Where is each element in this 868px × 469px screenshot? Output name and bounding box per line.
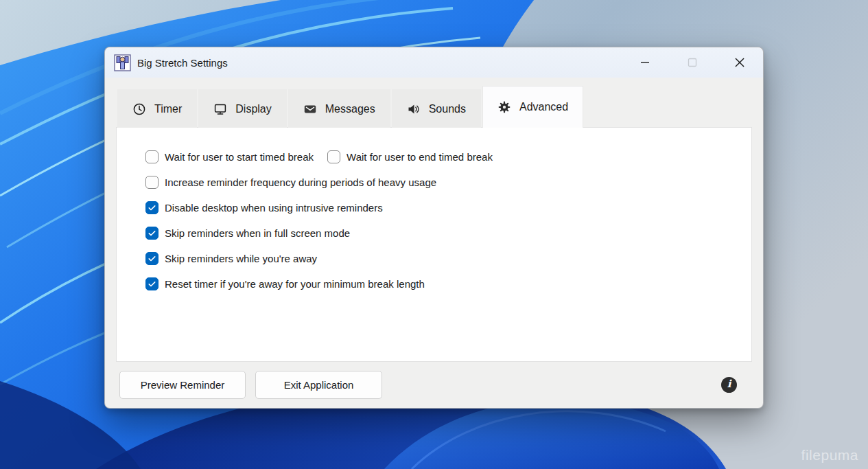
tab-advanced[interactable]: Advanced <box>482 86 583 128</box>
tab-timer[interactable]: Timer <box>117 89 197 128</box>
big-stretch-settings-window: Big Stretch Settings <box>104 47 764 409</box>
tab-sounds[interactable]: Sounds <box>392 89 481 128</box>
checkbox-wait-start-break[interactable]: Wait for user to start timed break <box>145 150 314 163</box>
checkbox-row: Disable desktop when using intrusive rem… <box>145 201 751 214</box>
checkbox-reset-timer[interactable]: Reset timer if you're away for your mini… <box>145 277 425 290</box>
exit-application-button[interactable]: Exit Application <box>255 371 382 399</box>
check-icon <box>148 254 156 263</box>
checkbox-box <box>145 150 159 163</box>
checkbox-label: Skip reminders while you're away <box>165 253 317 264</box>
checkbox-row: Skip reminders while you're away <box>145 252 751 265</box>
advanced-settings-panel: Wait for user to start timed break Wait … <box>116 127 752 362</box>
checkbox-label: Disable desktop when using intrusive rem… <box>165 202 383 214</box>
clock-icon <box>132 102 146 116</box>
stretch-figure-icon <box>114 54 131 71</box>
maximize-button[interactable] <box>676 47 708 78</box>
tab-label: Messages <box>325 103 375 115</box>
window-titlebar[interactable]: Big Stretch Settings <box>105 47 763 78</box>
checkbox-skip-away[interactable]: Skip reminders while you're away <box>145 252 317 265</box>
checkbox-box <box>145 227 159 240</box>
checkbox-row: Wait for user to start timed break Wait … <box>145 150 751 163</box>
checkbox-row: Increase reminder frequency during perio… <box>145 176 751 189</box>
checkbox-box <box>145 176 159 189</box>
checkbox-box <box>145 252 159 265</box>
checkbox-row: Skip reminders when in full screen mode <box>145 227 751 240</box>
checkbox-box <box>327 150 340 163</box>
checkbox-increase-frequency[interactable]: Increase reminder frequency during perio… <box>145 176 436 189</box>
close-icon <box>732 55 747 70</box>
checkbox-disable-desktop[interactable]: Disable desktop when using intrusive rem… <box>145 201 383 214</box>
gear-icon <box>497 100 511 114</box>
checkbox-label: Wait for user to start timed break <box>165 151 314 163</box>
tab-messages[interactable]: Messages <box>288 89 390 128</box>
close-button[interactable] <box>723 47 755 78</box>
check-icon <box>148 279 156 288</box>
tab-label: Advanced <box>519 101 568 113</box>
maximize-icon <box>685 56 699 69</box>
check-icon <box>148 203 156 212</box>
settings-tabstrip: Timer Display Messages Sounds <box>105 86 763 128</box>
monitor-icon <box>213 102 227 116</box>
envelope-icon <box>303 102 317 116</box>
filepuma-watermark: filepuma <box>801 447 858 464</box>
tab-label: Timer <box>154 103 182 115</box>
checkbox-label: Reset timer if you're away for your mini… <box>165 278 425 290</box>
checkbox-label: Increase reminder frequency during perio… <box>165 176 436 188</box>
window-title: Big Stretch Settings <box>137 57 228 69</box>
info-button[interactable]: i <box>721 377 737 393</box>
checkbox-box <box>145 277 159 290</box>
minimize-icon <box>638 56 652 69</box>
checkbox-box <box>145 201 159 214</box>
tab-display[interactable]: Display <box>198 89 286 128</box>
tab-label: Display <box>235 103 271 115</box>
checkbox-label: Wait for user to end timed break <box>347 151 493 163</box>
info-icon: i <box>727 379 731 389</box>
tab-label: Sounds <box>429 103 466 115</box>
checkbox-row: Reset timer if you're away for your mini… <box>145 277 751 290</box>
check-icon <box>148 229 156 238</box>
minimize-button[interactable] <box>629 47 661 78</box>
checkbox-label: Skip reminders when in full screen mode <box>165 227 350 239</box>
preview-reminder-button[interactable]: Preview Reminder <box>119 371 246 399</box>
window-controls <box>613 47 763 78</box>
speaker-icon <box>407 102 421 116</box>
checkbox-skip-fullscreen[interactable]: Skip reminders when in full screen mode <box>145 227 350 240</box>
checkbox-wait-end-break[interactable]: Wait for user to end timed break <box>327 150 493 163</box>
